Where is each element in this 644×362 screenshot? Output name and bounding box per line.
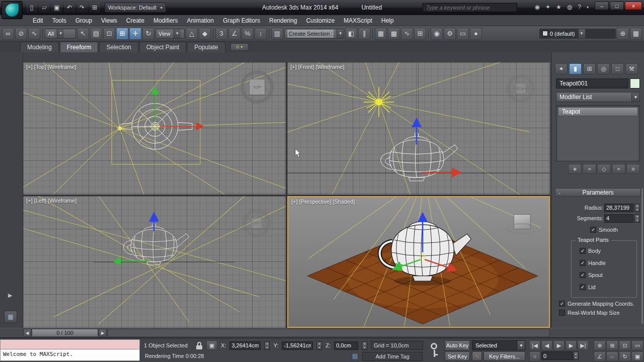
add-layer-icon[interactable]: ⊕ [617,28,629,40]
viewcube-face[interactable]: LEFT [251,218,262,229]
pin-stack-icon[interactable]: ∗ [568,164,582,174]
curve-editor-icon[interactable]: ∿ [401,28,413,40]
render-production-icon[interactable]: ● [470,28,482,40]
menu-maxscript[interactable]: MAXScript [339,17,377,24]
select-object-icon[interactable]: ↖ [77,28,89,40]
absolute-mode-icon[interactable]: ▣ [206,340,217,350]
stack-item-teapot[interactable]: Teapot [558,107,638,116]
lid-checkbox[interactable]: ✓ [580,284,586,290]
key-mode-toggle-icon[interactable]: ○ [529,351,540,361]
viewport-perspective[interactable]: [+] [Perspective] [Shaded] [287,196,550,328]
open-file-icon[interactable]: ▱ [39,3,50,13]
menu-rendering[interactable]: Rendering [265,17,301,24]
menu-tools[interactable]: Tools [48,17,71,24]
modifier-list-dropdown[interactable]: Modifier List ▼ [556,92,640,102]
graphite-toggle-icon[interactable]: ▩ [388,28,400,40]
auto-key-button[interactable]: Auto Key [445,340,470,350]
add-time-tag-button[interactable]: Add Time Tag [362,352,423,361]
make-unique-icon[interactable]: ◇ [597,164,611,174]
angle-snap-icon[interactable]: ∠ [228,28,240,40]
help-chevron-icon[interactable]: ▾ [587,5,589,10]
orbit-icon[interactable]: ↻ [619,351,631,361]
edit-named-selection-sets-icon[interactable]: ▥ [271,28,283,40]
x-spinner[interactable]: ▴▾ [264,341,270,350]
frame-forward-button[interactable]: ▶ [99,329,107,337]
light-source[interactable] [364,87,394,117]
radius-spinner[interactable]: ▴▾ [634,204,640,212]
tab-hierarchy-icon[interactable]: ⊞ [583,63,596,74]
viewcube[interactable]: LEFT [243,209,271,237]
menu-animation[interactable]: Animation [183,17,218,24]
ribbon-config-button[interactable]: ⊡ ▾ [230,43,249,51]
bind-to-space-warp-icon[interactable]: ∿ [28,28,40,40]
selection-filter-dropdown[interactable]: All ▼ [45,29,76,39]
segments-input[interactable] [604,214,633,223]
frame-back-button[interactable]: ◀ [23,329,31,337]
layer-manager-icon[interactable]: ▦ [375,28,387,40]
x-coordinate-input[interactable] [229,341,261,350]
maximize-viewport-toggle-icon[interactable]: ▣ [631,351,643,361]
radius-input[interactable] [604,204,633,212]
select-by-name-icon[interactable]: ▤ [90,28,102,40]
schematic-view-icon[interactable]: ⊞ [414,28,426,40]
move-gizmo[interactable] [115,214,154,261]
percent-snap-icon[interactable]: % [242,28,254,40]
close-button[interactable]: × [625,2,642,10]
select-and-rotate-icon[interactable]: ↻ [142,28,154,40]
pan-view-icon[interactable]: ⇔ [606,351,618,361]
object-name-field[interactable]: Teapot001 [556,78,628,88]
viewport-layout-tab-icon[interactable]: ▦ [4,311,17,323]
zoom-region-icon[interactable]: ▭ [631,340,643,350]
project-folder-icon[interactable]: ⊞ [89,3,100,13]
workspace-selector[interactable]: Workspace: Default ▾ [105,3,166,13]
field-of-view-icon[interactable]: ∠ [594,351,606,361]
tab-display-icon[interactable]: □ [611,63,624,74]
smooth-checkbox[interactable]: ✓ [590,227,596,233]
previous-frame-icon[interactable]: ◀ [541,340,552,350]
select-and-manipulate-icon[interactable]: ◆ [199,28,211,40]
rendered-frame-window-icon[interactable]: ▭ [457,28,469,40]
go-to-start-icon[interactable]: |◀ [529,340,540,350]
select-and-scale-icon[interactable]: △ [186,28,198,40]
viewport-label[interactable]: [+] [Top] [Wireframe] [26,64,76,70]
window-crossing-toggle-icon[interactable]: ⊞ [116,28,128,40]
render-setup-icon[interactable]: ⚙ [444,28,456,40]
viewport-layout-expand-icon[interactable]: ▶ [8,292,12,299]
select-and-move-icon[interactable]: ✛ [129,28,141,40]
menu-group[interactable]: Group [71,17,97,24]
selection-set-input[interactable] [287,30,334,38]
menu-help[interactable]: Help [377,17,398,24]
set-key-button[interactable]: Set Key [445,351,470,361]
viewcube[interactable]: TOP [240,70,274,104]
modifier-stack[interactable]: Teapot [556,105,640,161]
set-keys-button[interactable] [428,340,441,360]
tab-freeform[interactable]: Freeform [60,42,99,52]
viewport-left[interactable]: [+] [Left] [Wireframe] [23,196,286,328]
viewcube[interactable]: FRONT [507,74,535,103]
segments-spinner[interactable]: ▴▾ [634,214,640,223]
maxscript-mini-listener[interactable]: Welcome to MAXScript. [0,339,140,361]
redo-icon[interactable]: ↷ [76,3,88,13]
generate-mapping-checkbox[interactable]: ✓ [559,301,565,307]
track-bar[interactable] [108,329,549,337]
viewcube-face[interactable]: TOP [249,79,265,95]
frame-spinner[interactable]: ▴▾ [573,351,579,360]
listener-output-pane[interactable]: Welcome to MAXScript. [0,349,140,361]
tab-modify-icon[interactable]: ▮ [569,63,582,74]
save-file-icon[interactable]: ▣ [51,3,62,13]
key-mode-dropdown[interactable]: Selected ▼ [472,340,525,350]
viewcube-ring[interactable] [507,223,538,234]
favorites-star-icon[interactable]: ★ [556,4,561,11]
default-in-out-tangent-icon[interactable]: ∿ [472,351,482,361]
play-animation-icon[interactable]: ▶ [553,340,565,350]
spout-checkbox[interactable]: ✓ [580,272,586,278]
layer-properties-icon[interactable]: ▦ [630,28,642,40]
select-and-link-icon[interactable]: ∞ [2,28,14,40]
mirror-icon[interactable]: ◧ [345,28,357,40]
tab-object-paint[interactable]: Object Paint [139,42,186,52]
menu-modifiers[interactable]: Modifiers [149,17,183,24]
tab-create-icon[interactable]: ✦ [555,63,568,74]
configure-modifier-sets-icon[interactable]: ≡ [626,164,640,174]
key-filters-button[interactable]: Key Filters... [484,351,525,361]
time-slider[interactable]: 0 / 100 [32,329,98,337]
